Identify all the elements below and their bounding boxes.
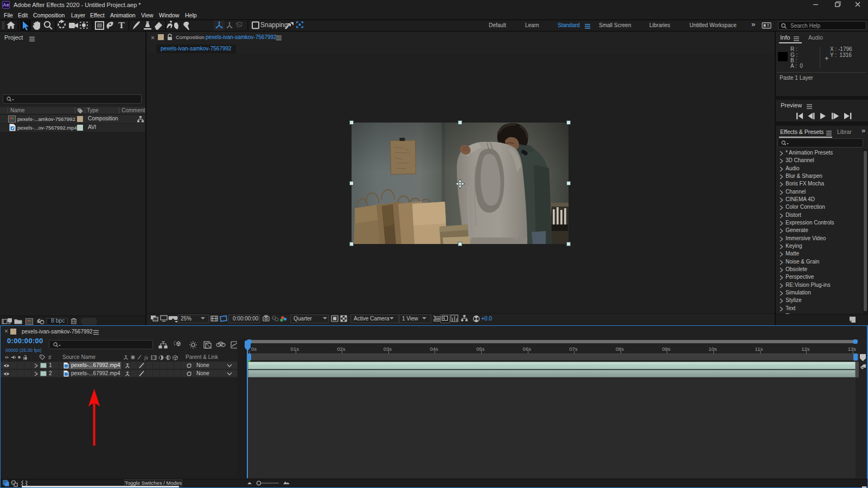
svg-text:T: T <box>118 20 125 30</box>
svg-text:#: # <box>48 355 52 361</box>
